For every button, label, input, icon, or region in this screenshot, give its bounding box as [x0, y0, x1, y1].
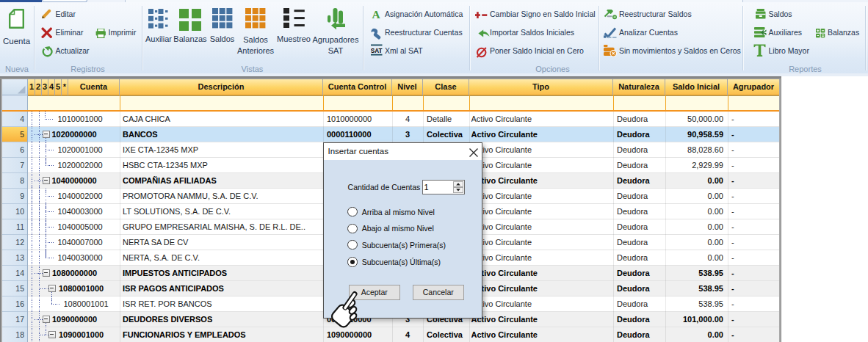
svg-text:A: A [372, 10, 380, 19]
svg-text:SAT: SAT [371, 48, 383, 54]
